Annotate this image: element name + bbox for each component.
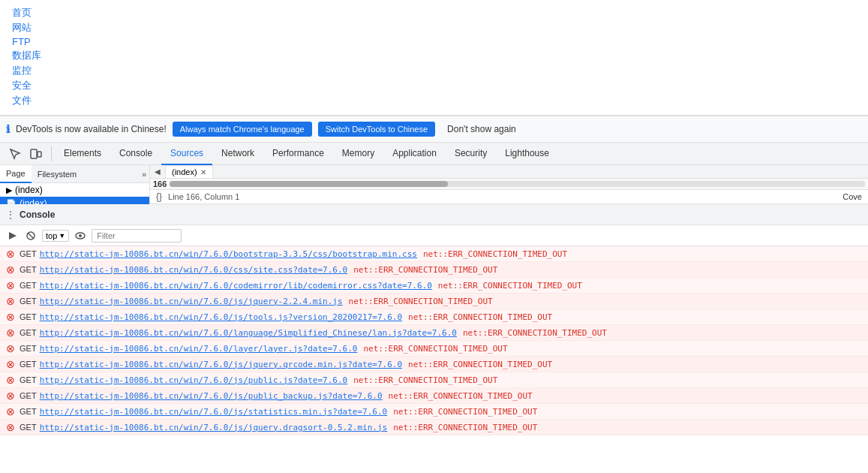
console-header: ⋮ Console: [0, 204, 868, 225]
svg-point-6: [79, 234, 82, 237]
always-match-button[interactable]: Always match Chrome's language: [173, 122, 312, 137]
get-label: GET: [20, 360, 37, 369]
get-label: GET: [20, 344, 37, 353]
console-row: ⊗GEThttp://static-jm-10086.bt.cn/win/7.6…: [0, 262, 868, 278]
nav-link-安全[interactable]: 安全: [12, 80, 32, 91]
devtools-tab-security[interactable]: Security: [446, 143, 496, 165]
error-url[interactable]: http://static-jm-10086.bt.cn/win/7.6.0/j…: [40, 312, 402, 322]
folder-icon: ▶: [6, 185, 12, 195]
error-url[interactable]: http://static-jm-10086.bt.cn/win/7.6.0/l…: [40, 328, 457, 338]
devtools-tab-network[interactable]: Network: [212, 143, 263, 165]
nav-link-监控[interactable]: 监控: [12, 65, 32, 76]
error-dot-icon: ⊗: [6, 358, 17, 370]
nav-link-文件[interactable]: 文件: [12, 95, 32, 106]
get-label: GET: [20, 375, 37, 384]
eye-icon-button[interactable]: [74, 229, 87, 243]
error-message: net::ERR_CONNECTION_TIMED_OUT: [353, 265, 497, 275]
error-message: net::ERR_CONNECTION_TIMED_OUT: [408, 360, 552, 369]
error-url[interactable]: http://static-jm-10086.bt.cn/win/7.6.0/j…: [40, 375, 348, 385]
source-scroll-bar[interactable]: 166: [150, 179, 868, 190]
devtools-tab-application[interactable]: Application: [383, 143, 446, 165]
svg-line-4: [28, 233, 34, 239]
inspect-icon[interactable]: [6, 146, 24, 161]
device-toolbar-icon[interactable]: [27, 146, 45, 161]
error-dot-icon: ⊗: [6, 311, 17, 323]
devtools-tab-console[interactable]: Console: [110, 143, 161, 165]
main-content: ⋮ Console top ▼ ⊗GEThttp://static-jm-100…: [0, 204, 868, 473]
get-label: GET: [20, 328, 37, 337]
filter-input[interactable]: [92, 229, 182, 243]
console-row: ⊗GEThttp://static-jm-10086.bt.cn/win/7.6…: [0, 309, 868, 325]
dont-show-button[interactable]: Don't show again: [441, 121, 522, 137]
error-url[interactable]: http://static-jm-10086.bt.cn/win/7.6.0/j…: [40, 297, 343, 306]
error-message: net::ERR_CONNECTION_TIMED_OUT: [349, 297, 493, 306]
console-toolbar: top ▼: [0, 225, 868, 246]
error-dot-icon: ⊗: [6, 421, 17, 433]
error-url[interactable]: http://static-jm-10086.bt.cn/win/7.6.0/j…: [40, 391, 383, 401]
get-label: GET: [20, 391, 37, 400]
nav-link-网站[interactable]: 网站: [12, 22, 32, 33]
top-selector[interactable]: top ▼: [42, 230, 69, 242]
devtools-tab-memory[interactable]: Memory: [333, 143, 383, 165]
nav-link-FTP[interactable]: FTP: [12, 36, 31, 47]
source-sidebar-tabs: Page Filesystem »: [0, 165, 149, 183]
error-message: net::ERR_CONNECTION_TIMED_OUT: [393, 423, 537, 432]
svg-rect-1: [38, 152, 41, 157]
console-row: ⊗GEThttp://static-jm-10086.bt.cn/win/7.6…: [0, 372, 868, 388]
error-url[interactable]: http://static-jm-10086.bt.cn/win/7.6.0/c…: [40, 281, 432, 291]
close-file-tab-icon[interactable]: ✕: [200, 168, 206, 176]
source-status-bar: {} Line 166, Column 1 Cove: [150, 190, 868, 203]
top-nav: 首页网站FTP数据库监控安全文件: [0, 0, 868, 116]
page-tab[interactable]: Page: [0, 165, 32, 183]
scroll-line-num: 166: [153, 179, 167, 188]
coverage-label: Cove: [842, 192, 862, 201]
error-url[interactable]: http://static-jm-10086.bt.cn/win/7.6.0/j…: [40, 407, 388, 417]
info-icon: ℹ: [6, 123, 10, 135]
devtools-tab-elements[interactable]: Elements: [55, 143, 110, 165]
error-dot-icon: ⊗: [6, 327, 17, 339]
nav-link-数据库[interactable]: 数据库: [12, 50, 41, 61]
filesystem-tab[interactable]: Filesystem: [32, 165, 83, 183]
source-file-tab-index[interactable]: (index) ✕: [165, 165, 213, 178]
error-dot-icon: ⊗: [6, 295, 17, 307]
get-label: GET: [20, 249, 37, 258]
console-row: ⊗GEThttp://static-jm-10086.bt.cn/win/7.6…: [0, 420, 868, 435]
error-dot-icon: ⊗: [6, 248, 17, 260]
get-label: GET: [20, 281, 37, 290]
error-message: net::ERR_CONNECTION_TIMED_OUT: [363, 344, 507, 354]
devtools-tab-performance[interactable]: Performance: [263, 143, 333, 165]
error-url[interactable]: http://static-jm-10086.bt.cn/win/7.6.0/j…: [40, 423, 388, 432]
line-col-icon: {}: [156, 191, 162, 202]
sidebar-item-index-folder[interactable]: ▶ (index): [0, 183, 149, 197]
tab-file-label: (index): [172, 167, 197, 176]
error-dot-icon: ⊗: [6, 390, 17, 402]
console-execute-button[interactable]: [6, 229, 20, 243]
notification-text: DevTools is now available in Chinese!: [16, 124, 167, 134]
error-message: net::ERR_CONNECTION_TIMED_OUT: [438, 281, 582, 291]
nav-link-首页[interactable]: 首页: [12, 7, 32, 18]
devtools-tab-lighthouse[interactable]: Lighthouse: [496, 143, 558, 165]
top-label: top: [46, 231, 57, 240]
error-url[interactable]: http://static-jm-10086.bt.cn/win/7.6.0/c…: [40, 265, 348, 275]
error-url[interactable]: http://static-jm-10086.bt.cn/win/7.6.0/l…: [40, 344, 358, 354]
error-message: net::ERR_CONNECTION_TIMED_OUT: [423, 249, 567, 259]
console-row: ⊗GEThttp://static-jm-10086.bt.cn/win/7.6…: [0, 325, 868, 341]
error-url[interactable]: http://static-jm-10086.bt.cn/win/7.6.0/j…: [40, 360, 402, 369]
devtools-tab-bar: ElementsConsoleSourcesNetworkPerformance…: [0, 143, 868, 165]
console-row: ⊗GEThttp://static-jm-10086.bt.cn/win/7.6…: [0, 357, 868, 372]
line-col-text: Line 166, Column 1: [168, 192, 239, 201]
console-block-button[interactable]: [24, 229, 38, 243]
devtools-notification: ℹ DevTools is now available in Chinese! …: [0, 116, 868, 143]
more-tabs-icon[interactable]: »: [139, 170, 149, 179]
error-dot-icon: ⊗: [6, 279, 17, 291]
switch-devtools-button[interactable]: Switch DevTools to Chinese: [318, 122, 435, 137]
svg-rect-0: [31, 149, 37, 158]
source-sidebar: Page Filesystem » ▶ (index) 📄 (index): [0, 165, 150, 203]
error-message: net::ERR_CONNECTION_TIMED_OUT: [408, 312, 552, 322]
devtools-tab-sources[interactable]: Sources: [161, 143, 212, 165]
get-label: GET: [20, 407, 37, 416]
error-url[interactable]: http://static-jm-10086.bt.cn/win/7.6.0/b…: [40, 249, 417, 259]
top-dropdown-icon: ▼: [59, 232, 65, 240]
console-drag-icon[interactable]: ⋮: [6, 209, 15, 220]
scroll-left-icon[interactable]: ◀: [153, 167, 162, 176]
